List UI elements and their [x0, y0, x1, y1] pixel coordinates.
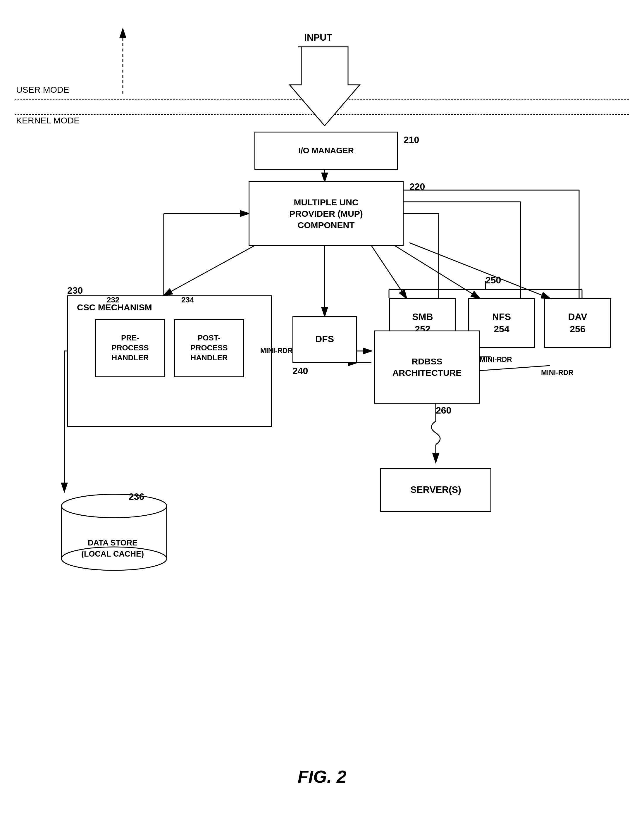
- post-process-box: POST- PROCESS HANDLER: [174, 319, 244, 377]
- mup-box: MULTIPLE UNC PROVIDER (MUP) COMPONENT: [248, 181, 403, 246]
- dfs-ref: 240: [293, 366, 308, 376]
- dfs-label: DFS: [315, 333, 334, 345]
- pre-process-ref: 232: [107, 295, 119, 304]
- kernel-mode-label: KERNEL MODE: [16, 115, 80, 126]
- svg-point-34: [61, 494, 167, 518]
- rdbss-box: RDBSS ARCHITECTURE: [374, 330, 480, 403]
- mini-rdr-label-4: MINI-RDR: [541, 368, 573, 377]
- figure-label: FIG. 2: [0, 767, 644, 787]
- providers-ref: 250: [486, 275, 501, 286]
- csc-ref: 230: [67, 285, 83, 296]
- dfs-box: DFS: [293, 316, 357, 363]
- dav-label: DAV 256: [568, 311, 587, 335]
- svg-line-9: [371, 246, 406, 298]
- mup-ref: 220: [409, 181, 425, 192]
- user-mode-line: [15, 100, 629, 100]
- mini-rdr-label-3: MINI-RDR: [480, 355, 512, 364]
- post-process-label: POST- PROCESS HANDLER: [190, 333, 227, 363]
- csc-label: CSC MECHANISM: [71, 299, 268, 313]
- mini-rdr-label-1: MINI-RDR: [260, 347, 293, 355]
- server-box: SERVER(S): [380, 468, 491, 512]
- io-manager-label: I/O MANAGER: [298, 145, 354, 156]
- server-label: SERVER(S): [410, 484, 461, 496]
- kernel-mode-line: [15, 114, 629, 115]
- io-manager-ref: 210: [403, 135, 419, 145]
- dav-box: DAV 256: [544, 298, 611, 348]
- csc-box: CSC MECHANISM PRE- PROCESS HANDLER POST-…: [67, 295, 272, 427]
- svg-line-20: [468, 366, 550, 371]
- post-process-ref: 234: [181, 295, 194, 304]
- mup-label: MULTIPLE UNC PROVIDER (MUP) COMPONENT: [289, 196, 363, 231]
- user-mode-label: USER MODE: [16, 85, 69, 95]
- svg-line-11: [409, 243, 550, 298]
- svg-line-10: [395, 246, 480, 298]
- rdbss-ref: 260: [436, 405, 451, 416]
- data-store-ref: 236: [129, 491, 144, 502]
- diagram-container: USER MODE KERNEL MODE: [0, 0, 644, 816]
- io-manager-box: I/O MANAGER: [255, 132, 398, 170]
- nfs-label: NFS 254: [492, 311, 511, 335]
- rdbss-label: RDBSS ARCHITECTURE: [393, 356, 462, 379]
- pre-process-label: PRE- PROCESS HANDLER: [112, 333, 149, 363]
- pre-process-box: PRE- PROCESS HANDLER: [95, 319, 165, 377]
- input-label: INPUT: [304, 32, 332, 43]
- svg-line-8: [164, 246, 255, 295]
- data-store-label: DATA STORE (LOCAL CACHE): [60, 526, 165, 560]
